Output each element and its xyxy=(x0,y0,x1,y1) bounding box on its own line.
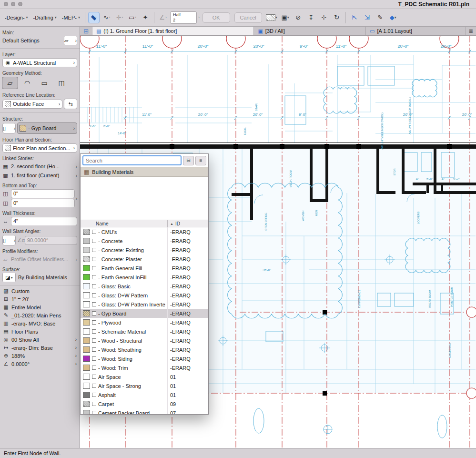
material-row[interactable]: - Glass: Basic-ERARQ xyxy=(81,282,208,291)
linked-story-first-floor[interactable]: ▩ 1. first floor (Current) › xyxy=(2,171,77,180)
building-material-dropdown[interactable]: - Gyp Board › xyxy=(17,122,77,134)
menu-design[interactable]: -Design-▾ xyxy=(3,14,30,21)
slope-tool-button[interactable]: ∠› xyxy=(157,12,169,23)
search-input[interactable] xyxy=(82,155,182,165)
close-window-button[interactable] xyxy=(4,2,8,6)
marquee-tool-button[interactable]: ▭› xyxy=(127,12,138,23)
chevron-right-icon[interactable]: › xyxy=(76,196,77,201)
tab-label: [3D / All] xyxy=(265,28,285,34)
material-row[interactable]: - Wood - Structural-ERARQ xyxy=(81,336,208,345)
structure-type-button[interactable]: ▯› xyxy=(2,123,16,133)
refline-dropdown[interactable]: Outside Face › xyxy=(2,100,62,109)
default-settings-label: Default Settings xyxy=(2,38,40,43)
menu-mep[interactable]: -MEP-▾ xyxy=(60,14,82,21)
minimize-window-button[interactable] xyxy=(11,2,15,6)
tab-1[interactable]: ▣[3D / All] xyxy=(254,27,366,35)
list-column-headers[interactable]: Name ▲ID xyxy=(81,220,208,227)
quick-option-graphic-override[interactable]: ◎00 Show All› xyxy=(0,336,80,344)
list-view-button[interactable]: ≡ xyxy=(195,156,206,165)
layer-section-label: Layer: xyxy=(2,52,77,57)
geometry-rectangle-button[interactable]: ◫ xyxy=(53,77,70,89)
quick-option-dimension-style[interactable]: ↦-erarq- Dim: Base› xyxy=(0,344,80,352)
svg-text:9'-6": 9'-6" xyxy=(89,124,96,128)
lock-dropdown[interactable]: ▣▾ xyxy=(280,12,291,23)
linked-story-second-floor[interactable]: ▦ 2. second floor (Ho... › xyxy=(2,162,77,171)
wall-tool-button[interactable]: ▮› xyxy=(88,12,100,23)
material-row[interactable]: Carpet09 xyxy=(81,399,208,408)
tab-icon: ▤ xyxy=(96,28,101,34)
material-row[interactable]: - Glass: D+W Pattern-ERARQ xyxy=(81,291,208,300)
fill-dropdown[interactable]: ▾ xyxy=(265,12,278,23)
material-row[interactable]: Cement Backer Board07 xyxy=(81,408,208,414)
magic-wand-button[interactable]: ✦ xyxy=(140,12,151,23)
tab-list-button[interactable]: ≣ xyxy=(466,27,476,35)
tab-2[interactable]: ▭[A 1.01 Layout] xyxy=(366,27,466,35)
chevron-down-icon: ▾ xyxy=(11,275,13,280)
tab-0[interactable]: ▤(!) 1. Ground Floor [1. first floor] xyxy=(92,27,254,35)
anchor-button[interactable]: ⊹ xyxy=(318,12,330,23)
scale-stepper[interactable]: › xyxy=(198,15,200,20)
favorites-button[interactable]: ✎ xyxy=(375,12,386,23)
rotate-button[interactable]: ↻ xyxy=(331,12,343,23)
quick-option-pen-set[interactable]: ✎_01-2020: Main Pens xyxy=(0,311,80,319)
node-tool-button[interactable]: ✛› xyxy=(114,12,125,23)
main-toolbar: -Design-▾ -Drafting▾ -MEP-▾ ▮› ∿› ✛› ▭› … xyxy=(0,9,476,27)
material-row[interactable]: - Gyp Board-ERARQ xyxy=(81,309,208,318)
material-row[interactable]: - Wood: Trim-ERARQ xyxy=(81,363,208,372)
scale-field[interactable]: Half2 xyxy=(170,11,197,24)
material-row[interactable]: - Wood: Sheathing-ERARQ xyxy=(81,345,208,354)
curve-tool-button[interactable]: ∿› xyxy=(101,12,112,23)
folder-view-button[interactable]: ⊟ xyxy=(183,156,194,165)
material-row[interactable]: - Concrete-ERARQ xyxy=(81,236,208,245)
quick-option-layer-combination[interactable]: ▤Floor Plans xyxy=(0,327,80,336)
slant-type-button[interactable]: ▯› xyxy=(2,235,16,245)
slant-wall-icon: ▯ xyxy=(3,237,6,244)
material-row[interactable]: - Concrete: Plaster-ERARQ xyxy=(81,254,208,264)
material-row[interactable]: - Wood: Siding-ERARQ xyxy=(81,354,208,363)
bottom-offset-field[interactable]: 0" xyxy=(11,199,75,207)
default-settings-button[interactable]: ▱› xyxy=(64,36,77,45)
material-row[interactable]: - Earth General InFill-ERARQ xyxy=(81,273,208,282)
inject-parameters-button[interactable]: ⇲ xyxy=(362,12,373,23)
floor-plan-section-button[interactable]: Floor Plan and Section... › xyxy=(2,143,77,153)
tool-settings-sidebar: Main: Default Settings ▱› Layer: ◉ A-WAL… xyxy=(0,27,80,448)
divider xyxy=(0,48,80,49)
quick-option-scale[interactable]: ⊞1" = 20' xyxy=(0,295,80,303)
geometry-curved-button[interactable]: ◠ xyxy=(19,77,35,89)
zoom-window-button[interactable] xyxy=(18,2,22,6)
material-row[interactable]: Asphalt01 xyxy=(81,390,208,399)
surface-swatch-icon xyxy=(92,320,96,325)
flip-refline-button[interactable]: ⇆ xyxy=(64,99,77,109)
top-offset-field[interactable]: 0" xyxy=(11,189,75,198)
ok-button[interactable]: OK xyxy=(203,12,230,23)
material-row[interactable]: - Earth General Fill-ERARQ xyxy=(81,264,208,273)
zoom-icon: ⊕ xyxy=(3,353,9,359)
quick-option-zoom[interactable]: ⊕188%› xyxy=(0,352,80,360)
gravity-button[interactable]: ↧ xyxy=(305,12,317,23)
quick-option-model-view-options[interactable]: ▥-erarq- MVO: Base xyxy=(0,319,80,327)
material-row[interactable]: - CMU's-ERARQ xyxy=(81,227,208,236)
menu-drafting[interactable]: -Drafting▾ xyxy=(31,14,59,21)
cancel-button[interactable]: Cancel xyxy=(234,12,262,23)
quick-option-orientation[interactable]: ∠0.0000°› xyxy=(0,360,80,368)
quick-option-structure-display[interactable]: ▦Entire Model xyxy=(0,303,80,311)
eraser-dropdown[interactable]: ◆▾ xyxy=(387,12,399,23)
tab-overview-button[interactable]: ⊞ xyxy=(80,27,92,35)
story-icon: ▦ xyxy=(2,163,9,170)
quick-option-override-fill[interactable]: ▨Custom xyxy=(0,287,80,295)
material-row[interactable]: - Plywood-ERARQ xyxy=(81,318,208,327)
material-row[interactable]: - Concrete: Existing-ERARQ xyxy=(81,245,208,254)
material-row[interactable]: Air Space01 xyxy=(81,372,208,381)
material-swatch-icon xyxy=(83,374,90,380)
suspend-groups-button[interactable]: ⊘ xyxy=(293,12,304,23)
material-row[interactable]: - Glass: D+W Pattern Inverted-ERARQ xyxy=(81,300,208,309)
pickup-parameters-button[interactable]: ⇱ xyxy=(349,12,360,23)
geometry-straight-button[interactable]: ▱ xyxy=(2,77,18,89)
material-row[interactable]: Air Space - Strong01 xyxy=(81,381,208,390)
thickness-field[interactable]: 4" xyxy=(11,217,77,225)
layer-dropdown[interactable]: ◉ A-WALL Structural › xyxy=(2,58,77,67)
material-swatch-icon xyxy=(83,265,90,271)
geometry-chained-button[interactable]: ▭ xyxy=(36,77,52,89)
material-row[interactable]: - Schematic Material-ERARQ xyxy=(81,327,208,336)
surface-dropdown[interactable]: ◪▾ xyxy=(2,273,16,282)
